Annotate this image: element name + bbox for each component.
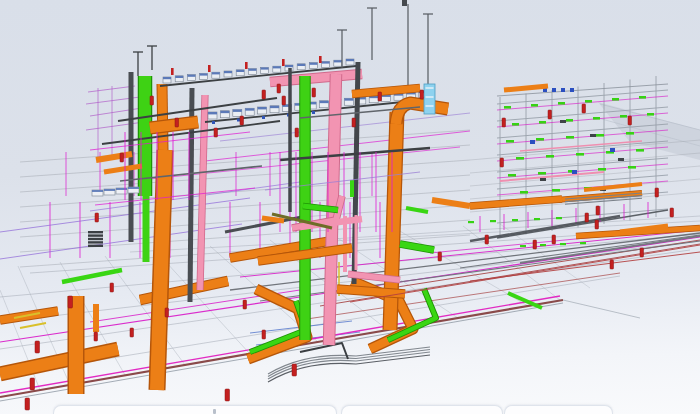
bottom-card-1[interactable] [53,405,337,414]
bim-viewer-screenshot [0,0,700,414]
layer-tower-b [258,0,470,345]
layer-tower-a [86,46,280,390]
model-3d-viewport[interactable] [0,0,700,414]
bottom-card-2[interactable] [341,405,503,414]
bottom-card-3[interactable] [504,405,613,414]
layer-right-stack [497,76,668,238]
